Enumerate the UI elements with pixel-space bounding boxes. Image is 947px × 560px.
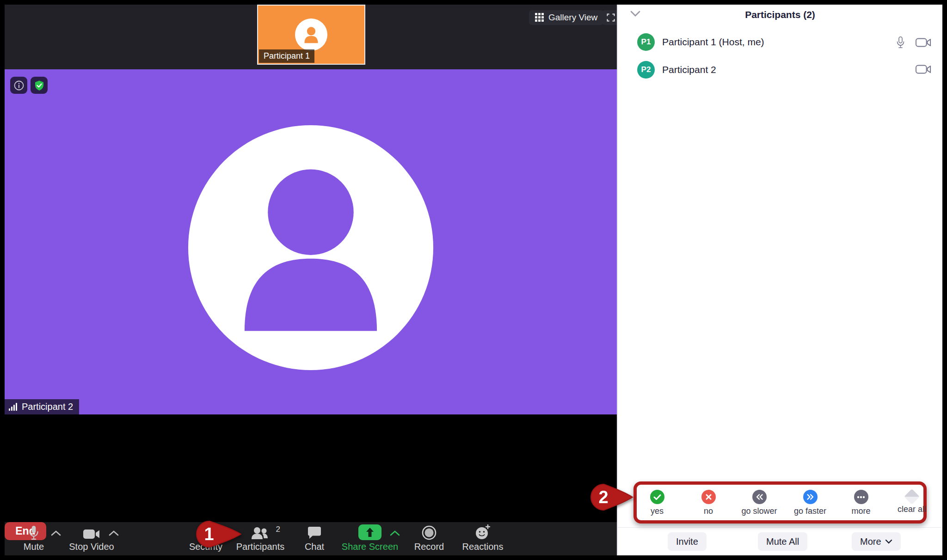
camera-status-icon — [916, 64, 931, 75]
panel-divider — [618, 527, 942, 528]
avatar — [188, 125, 433, 370]
participant-name: Participant 2 — [662, 64, 716, 75]
no-x-icon — [701, 490, 716, 504]
participants-panel-header: Participants (2) — [618, 5, 942, 25]
active-speaker-name-label: Participant 2 — [5, 399, 79, 414]
gallery-view-button[interactable]: Gallery View — [529, 10, 603, 25]
participants-count-badge: 2 — [276, 525, 280, 534]
yes-check-icon — [650, 490, 664, 504]
gallery-view-label: Gallery View — [548, 12, 597, 23]
participant-name: Participant 1 (Host, me) — [662, 37, 764, 48]
info-icon — [13, 80, 25, 91]
participants-icon — [251, 524, 270, 540]
record-icon — [422, 524, 437, 540]
camera-status-icon — [916, 37, 931, 48]
feedback-annotation-rectangle: yes no go slower go faster — [633, 481, 927, 523]
reactions-button[interactable]: Reactions — [453, 522, 513, 555]
annotation-step-1: 1 — [204, 524, 214, 544]
panel-more-button[interactable]: More — [852, 532, 901, 551]
chat-button[interactable]: Chat — [284, 522, 344, 555]
chevron-down-icon — [885, 539, 892, 544]
person-icon — [188, 125, 433, 370]
meeting-info-button[interactable] — [10, 77, 27, 94]
video-camera-icon — [83, 524, 100, 540]
microphone-icon — [28, 524, 40, 540]
share-screen-label: Share Screen — [342, 542, 398, 552]
chat-bubble-icon — [307, 524, 322, 540]
share-screen-icon — [358, 524, 381, 540]
reactions-label: Reactions — [462, 542, 504, 552]
zoom-meeting-window: Gallery View Participant 1 Participant 2 — [0, 0, 947, 560]
ellipsis-icon — [854, 490, 868, 504]
thumbnail-name-label: Participant 1 — [259, 49, 314, 63]
share-options-chevron-up-icon[interactable] — [390, 530, 400, 536]
stop-video-button[interactable]: Stop Video — [61, 522, 122, 555]
invite-button[interactable]: Invite — [668, 532, 707, 551]
avatar: P1 — [637, 33, 655, 51]
mute-all-button[interactable]: Mute All — [758, 532, 807, 551]
feedback-no-button[interactable]: no — [685, 485, 732, 520]
grid-icon — [535, 13, 544, 22]
eraser-icon — [904, 489, 920, 505]
fullscreen-icon — [606, 13, 615, 22]
signal-bars-icon — [9, 403, 18, 411]
feedback-go-slower-button[interactable]: go slower — [736, 485, 782, 520]
annotation-pin-2: 2 — [590, 483, 634, 513]
participants-panel: Participants (2) P1 Participant 1 (Host,… — [617, 5, 942, 555]
mute-button[interactable]: Mute — [4, 522, 64, 555]
annotation-pin-1: 1 — [196, 520, 244, 550]
avatar — [295, 18, 327, 51]
mute-label: Mute — [24, 542, 44, 552]
participant-row-1[interactable]: P1 Participant 1 (Host, me) — [618, 29, 942, 55]
participant-row-2[interactable]: P2 Participant 2 — [618, 56, 942, 83]
record-label: Record — [414, 542, 444, 552]
mute-options-chevron-up-icon[interactable] — [51, 530, 61, 536]
video-options-chevron-up-icon[interactable] — [109, 530, 119, 536]
annotation-step-2: 2 — [598, 487, 608, 507]
feedback-clear-all-button[interactable]: clear all — [889, 485, 935, 520]
double-chevron-left-icon — [752, 490, 767, 504]
chat-label: Chat — [305, 542, 324, 552]
person-icon — [299, 22, 324, 47]
microphone-status-icon — [896, 36, 905, 49]
feedback-yes-button[interactable]: yes — [634, 485, 680, 520]
avatar: P2 — [637, 61, 655, 79]
video-tile-participant-2[interactable]: Participant 2 — [5, 69, 617, 414]
security-shield-button[interactable] — [31, 77, 48, 94]
feedback-go-faster-button[interactable]: go faster — [787, 485, 833, 520]
video-thumbnail-participant-1[interactable]: Participant 1 — [257, 5, 365, 65]
record-button[interactable]: Record — [399, 522, 459, 555]
participants-panel-title: Participants (2) — [618, 9, 942, 20]
shield-check-icon — [34, 80, 45, 91]
double-chevron-right-icon — [803, 490, 818, 504]
feedback-more-button[interactable]: more — [838, 485, 884, 520]
reactions-smiley-icon — [474, 524, 491, 540]
stop-video-label: Stop Video — [69, 542, 114, 552]
meeting-toolbar: Mute Stop Video Security Participants 2 — [5, 522, 617, 555]
share-screen-button[interactable]: Share Screen — [340, 522, 400, 555]
